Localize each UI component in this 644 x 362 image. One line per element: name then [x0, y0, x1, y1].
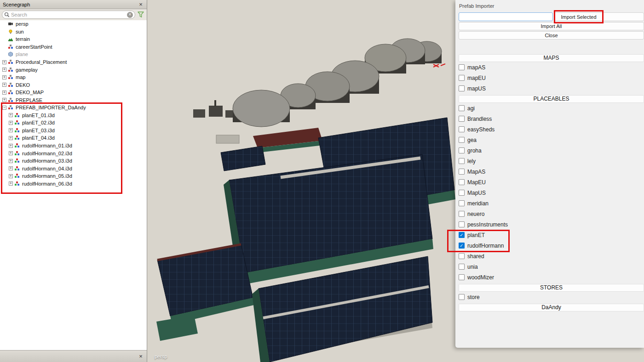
- expand-icon[interactable]: +: [2, 83, 6, 87]
- expand-icon[interactable]: +: [9, 128, 13, 132]
- checkbox-unchecked[interactable]: [459, 116, 465, 122]
- tree-item-Procedural_Placement[interactable]: +Procedural_Placement: [0, 58, 147, 66]
- tree-item-PREPLASE[interactable]: +PREPLASE: [0, 96, 147, 104]
- checkbox-row-gea[interactable]: gea: [455, 135, 644, 145]
- checkbox-row-store[interactable]: store: [455, 292, 644, 302]
- checkbox-unchecked[interactable]: [459, 64, 465, 70]
- import-selected-button[interactable]: Import Selected: [554, 12, 644, 21]
- expand-icon[interactable]: +: [2, 60, 6, 64]
- checkbox-row-mapAS[interactable]: mapAS: [455, 62, 644, 73]
- checkbox-row-MapAS[interactable]: MapAS: [455, 166, 644, 177]
- tree-item-label: DEKO: [16, 82, 30, 88]
- checkbox-row-meridian[interactable]: meridian: [455, 198, 644, 209]
- checkbox-unchecked[interactable]: [459, 200, 465, 206]
- checkbox-unchecked[interactable]: [459, 137, 465, 143]
- expand-icon[interactable]: +: [9, 166, 13, 170]
- tree-item-rudolfHormann_04.i3d[interactable]: +rudolfHormann_04.i3d: [0, 164, 147, 172]
- tree-item-rudolfHormann_02.i3d[interactable]: +rudolfHormann_02.i3d: [0, 149, 147, 157]
- checkbox-row-rudolfHormann[interactable]: ✓rudolfHormann: [455, 240, 644, 251]
- tree-item-label: rudolfHormann_01.i3d: [22, 143, 72, 148]
- checkbox-unchecked[interactable]: [459, 190, 465, 196]
- checkbox-unchecked[interactable]: [459, 85, 465, 91]
- checkbox-unchecked[interactable]: [459, 105, 465, 111]
- section-header-DaAndy[interactable]: DaAndy: [459, 304, 644, 311]
- tree-item-PREFAB_IMPORTER_DaAndy[interactable]: −PREFAB_IMPORTER_DaAndy: [0, 104, 147, 112]
- section-header-STORES[interactable]: STORES: [459, 284, 644, 292]
- collapse-icon[interactable]: −: [2, 106, 6, 110]
- checkbox-unchecked[interactable]: [459, 253, 465, 259]
- checkbox-checked[interactable]: ✓: [459, 243, 465, 249]
- expand-icon[interactable]: +: [9, 159, 13, 163]
- expand-icon[interactable]: +: [2, 98, 6, 102]
- tree-item-careerStartPoint[interactable]: careerStartPoint: [0, 43, 147, 51]
- expand-icon[interactable]: +: [9, 113, 13, 117]
- checkbox-row-easySheds[interactable]: easySheds: [455, 124, 644, 135]
- tree-item-persp[interactable]: persp: [0, 20, 147, 28]
- checkbox-unchecked[interactable]: [459, 221, 465, 227]
- checkbox-row-neuero[interactable]: neuero: [455, 209, 644, 219]
- tree-item-gameplay[interactable]: +gameplay: [0, 66, 147, 74]
- tree-item-planET_03.i3d[interactable]: +planET_03.i3d: [0, 127, 147, 135]
- checkbox-row-unia[interactable]: unia: [455, 261, 644, 272]
- tree-item-planET_04.i3d[interactable]: +planET_04.i3d: [0, 134, 147, 142]
- checkbox-row-mapEU[interactable]: mapEU: [455, 73, 644, 83]
- expand-icon[interactable]: +: [9, 174, 13, 178]
- checkbox-row-planET[interactable]: ✓planET: [455, 230, 644, 240]
- checkbox-row-Brandless[interactable]: Brandless: [455, 113, 644, 124]
- checkbox-row-MapUS[interactable]: MapUS: [455, 187, 644, 198]
- search-box[interactable]: ×: [2, 11, 135, 19]
- checkbox-unchecked[interactable]: [459, 147, 465, 153]
- expand-icon[interactable]: +: [2, 75, 6, 79]
- expand-icon[interactable]: +: [2, 90, 6, 95]
- tree-item-plane[interactable]: plane: [0, 51, 147, 58]
- checkbox-label: shared: [467, 253, 484, 260]
- checkbox-unchecked[interactable]: [459, 274, 465, 280]
- filter-icon[interactable]: [137, 11, 145, 18]
- checkbox-row-shared[interactable]: shared: [455, 251, 644, 261]
- section-header-MAPS[interactable]: MAPS: [459, 54, 644, 62]
- expand-icon[interactable]: +: [9, 121, 13, 125]
- prefab-filter-input[interactable]: [459, 12, 553, 21]
- checkbox-unchecked[interactable]: [459, 264, 465, 270]
- checkbox-unchecked[interactable]: [459, 211, 465, 217]
- expand-icon[interactable]: +: [9, 181, 13, 186]
- tree-item-rudolfHormann_06.i3d[interactable]: +rudolfHormann_06.i3d: [0, 180, 147, 187]
- import-all-button[interactable]: Import All: [459, 22, 644, 30]
- checkbox-row-MapEU[interactable]: MapEU: [455, 177, 644, 187]
- checkbox-unchecked[interactable]: [459, 126, 465, 132]
- checkbox-row-mapUS[interactable]: mapUS: [455, 83, 644, 94]
- tree-item-label: planET_04.i3d: [22, 135, 55, 141]
- close-icon[interactable]: ×: [138, 353, 144, 360]
- checkbox-unchecked[interactable]: [459, 75, 465, 81]
- checkbox-row-lely[interactable]: lely: [455, 156, 644, 166]
- expand-icon[interactable]: +: [2, 68, 6, 72]
- checkbox-row-woodMizer[interactable]: woodMizer: [455, 272, 644, 283]
- tree-item-DEKO_MAP[interactable]: +DEKO_MAP: [0, 89, 147, 96]
- checkbox-checked[interactable]: ✓: [459, 232, 465, 238]
- tree-item-rudolfHormann_03.i3d[interactable]: +rudolfHormann_03.i3d: [0, 157, 147, 165]
- expand-icon[interactable]: +: [9, 144, 13, 148]
- tree-item-rudolfHormann_05.i3d[interactable]: +rudolfHormann_05.i3d: [0, 172, 147, 180]
- clear-search-icon[interactable]: ×: [127, 12, 133, 18]
- tree-item-sun[interactable]: sun: [0, 28, 147, 36]
- expand-icon[interactable]: +: [9, 151, 13, 155]
- tree-item-rudolfHormann_01.i3d[interactable]: +rudolfHormann_01.i3d: [0, 142, 147, 150]
- checkbox-unchecked[interactable]: [459, 169, 465, 175]
- checkbox-unchecked[interactable]: [459, 179, 465, 185]
- checkbox-row-agi[interactable]: agi: [455, 103, 644, 113]
- search-input[interactable]: [11, 12, 127, 17]
- tree-item-planET_02.i3d[interactable]: +planET_02.i3d: [0, 119, 147, 127]
- checkbox-unchecked[interactable]: [459, 158, 465, 164]
- tree-item-map[interactable]: +map: [0, 74, 147, 81]
- checkbox-row-pessInstruments[interactable]: pessInstruments: [455, 219, 644, 230]
- tree-item-DEKO[interactable]: +DEKO: [0, 81, 147, 89]
- 3d-viewport[interactable]: persp: [147, 0, 455, 362]
- checkbox-unchecked[interactable]: [459, 294, 465, 300]
- close-icon[interactable]: ×: [138, 1, 144, 8]
- tree-item-terrain[interactable]: terrain: [0, 35, 147, 43]
- expand-icon[interactable]: +: [9, 136, 13, 140]
- tree-item-planET_01.i3d[interactable]: +planET_01.i3d: [0, 112, 147, 119]
- checkbox-row-groha[interactable]: groha: [455, 145, 644, 156]
- section-header-PLACEABLES[interactable]: PLACEABLES: [459, 95, 644, 103]
- close-button[interactable]: Close: [459, 31, 644, 40]
